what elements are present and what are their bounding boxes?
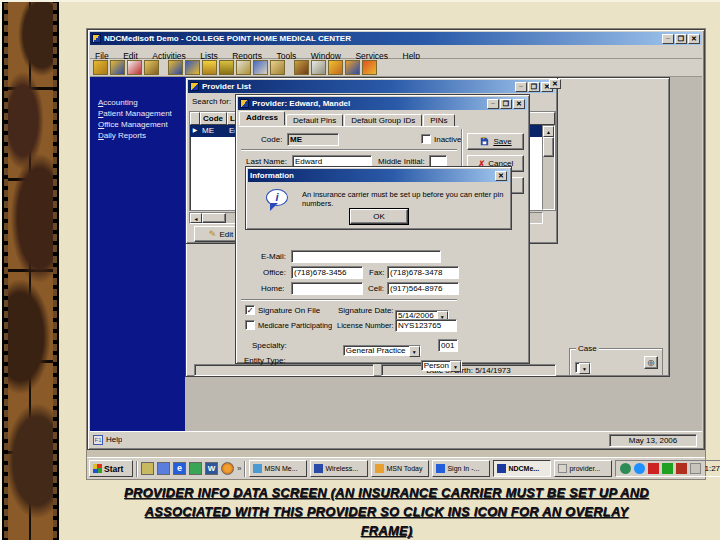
tray-globe-icon[interactable] — [634, 463, 645, 474]
background-window-close-button[interactable] — [549, 79, 561, 89]
license-number-field[interactable]: NYS123765 — [395, 319, 457, 332]
sidebar: Accounting Patient Management Office Man… — [90, 77, 185, 432]
sidebar-item-office-management[interactable]: Office Management — [90, 119, 185, 130]
close-button[interactable] — [688, 34, 700, 44]
grid-marker-column[interactable] — [190, 112, 200, 125]
case-group-label: Case — [576, 344, 599, 353]
overflow-chevron-icon[interactable]: » — [237, 464, 241, 473]
provider-minimize-button[interactable] — [487, 99, 499, 109]
outlook-icon[interactable] — [141, 462, 154, 475]
tab-default-pins[interactable]: Default Pins — [286, 114, 343, 126]
ok-button[interactable]: OK — [350, 209, 408, 224]
word-icon[interactable]: W — [205, 462, 218, 475]
restore-button[interactable] — [675, 34, 687, 44]
specialty-dropdown[interactable]: General Practice ▼ — [343, 345, 421, 356]
sidebar-item-daily-reports[interactable]: Daily Reports — [90, 130, 185, 141]
toolbar-icon[interactable] — [202, 60, 217, 75]
cell-field[interactable]: (917)564-8976 — [387, 282, 459, 295]
toolbar-icon[interactable] — [185, 60, 200, 75]
internet-explorer-icon[interactable]: e — [173, 462, 186, 475]
taskbar-task-provider[interactable]: provider... — [554, 460, 612, 477]
office-field[interactable]: (718)678-3456 — [291, 266, 363, 279]
toolbar-icon[interactable] — [362, 60, 377, 75]
entity-type-dropdown[interactable]: Person ▼ — [421, 360, 462, 371]
signature-on-file-checkbox[interactable] — [245, 305, 255, 315]
app-title: NDCMedisoft Demo - COLLEGE POINT HOME ME… — [104, 34, 351, 43]
inactive-checkbox[interactable] — [421, 134, 431, 144]
taskbar-clock[interactable]: 1:27 AM — [704, 464, 720, 473]
home-field[interactable] — [291, 282, 363, 295]
specialty-label: Specialty: — [252, 341, 287, 350]
chevron-down-icon[interactable]: ▼ — [450, 361, 461, 371]
toolbar-icon[interactable] — [328, 60, 343, 75]
slide-caption: PROVIDER INFO DATA SCREEN (AN INSURANCE … — [59, 483, 714, 540]
tray-sync-icon[interactable] — [620, 463, 631, 474]
medicare-participating-checkbox[interactable] — [245, 320, 255, 330]
messenger-icon[interactable] — [157, 462, 170, 475]
tab-address[interactable]: Address — [239, 111, 285, 125]
toolbar-icon[interactable] — [93, 60, 108, 75]
caption-line: FRAME) — [59, 521, 714, 540]
toolbar-icon[interactable] — [110, 60, 125, 75]
case-dropdown[interactable]: ▼ — [575, 362, 591, 373]
taskbar-task-sign-in[interactable]: Sign In -... — [432, 460, 490, 477]
taskbar-task-ndcmedisoft[interactable]: NDCMe... — [493, 460, 551, 477]
toolbar-icon[interactable] — [127, 60, 142, 75]
start-button[interactable]: Start — [89, 460, 133, 477]
search-label: Search for: — [192, 97, 231, 106]
provider-maximize-button[interactable] — [500, 99, 512, 109]
save-button[interactable]: Save — [467, 133, 524, 150]
information-close-button[interactable] — [495, 171, 507, 181]
media-player-icon[interactable] — [221, 462, 234, 475]
provider-list-maximize-button[interactable] — [528, 82, 540, 92]
email-label: E-Mail: — [261, 252, 286, 261]
information-title: Information — [250, 171, 294, 180]
scroll-up-icon[interactable]: ▲ — [543, 126, 554, 137]
toolbar-icon[interactable] — [219, 60, 234, 75]
grid-header-code[interactable]: Code — [200, 112, 227, 125]
toolbar-icon[interactable] — [253, 60, 268, 75]
app-titlebar[interactable]: NDCMedisoft Demo - COLLEGE POINT HOME ME… — [90, 32, 702, 45]
tab-pins[interactable]: PINs — [423, 114, 454, 126]
tab-default-group-ids[interactable]: Default Group IDs — [344, 114, 422, 126]
chevron-down-icon[interactable]: ▼ — [409, 346, 420, 356]
information-titlebar[interactable]: Information — [248, 169, 509, 182]
row-marker-icon: ▶ — [190, 125, 200, 137]
tray-mail-icon[interactable] — [690, 463, 701, 474]
provider-list-title: Provider List — [202, 82, 251, 91]
specialty-code-field[interactable]: 001 — [438, 339, 458, 352]
tray-plug-icon[interactable] — [676, 463, 687, 474]
code-label: Code: — [261, 135, 282, 144]
toolbar-icon[interactable] — [270, 60, 285, 75]
toolbar-icon[interactable] — [294, 60, 309, 75]
provider-close-button[interactable] — [513, 99, 525, 109]
sidebar-item-patient-management[interactable]: Patient Management — [90, 108, 185, 119]
toolbar-icon[interactable] — [345, 60, 360, 75]
taskbar-task-msn-messenger[interactable]: MSN Me... — [249, 460, 307, 477]
email-field[interactable] — [291, 250, 441, 263]
toolbar-icon[interactable] — [311, 60, 326, 75]
tray-network-icon[interactable] — [662, 463, 673, 474]
mdi-area: Accounting Patient Management Office Man… — [90, 77, 702, 432]
scrollbar-thumb[interactable] — [202, 213, 226, 223]
toolbar-icon[interactable] — [236, 60, 251, 75]
fax-field[interactable]: (718)678-3478 — [387, 266, 459, 279]
toolbar-icon[interactable] — [168, 60, 183, 75]
msn-icon[interactable] — [189, 462, 202, 475]
scrollbar-thumb[interactable] — [543, 137, 554, 157]
tray-alert-icon[interactable] — [648, 463, 659, 474]
case-search-button[interactable]: ◎ — [644, 356, 658, 369]
chevron-down-icon[interactable]: ▼ — [579, 363, 590, 373]
provider-window-titlebar[interactable]: Provider: Edward, Mandel — [238, 97, 527, 110]
provider-list-minimize-button[interactable] — [515, 82, 527, 92]
minimize-button[interactable] — [662, 34, 674, 44]
provider-list-titlebar[interactable]: Provider List — [188, 80, 555, 93]
caption-line: ASSOCIATED WITH THIS PROVIDER SO CLICK I… — [59, 502, 714, 521]
divider — [241, 149, 457, 151]
grid-vertical-scrollbar[interactable]: ▲ — [542, 125, 555, 210]
taskbar-task-wireless[interactable]: Wireless... — [310, 460, 368, 477]
taskbar-task-msn-today[interactable]: MSN Today — [371, 460, 429, 477]
sidebar-item-accounting[interactable]: Accounting — [90, 97, 185, 108]
scroll-left-icon[interactable]: ◄ — [190, 213, 202, 223]
toolbar-icon[interactable] — [144, 60, 159, 75]
